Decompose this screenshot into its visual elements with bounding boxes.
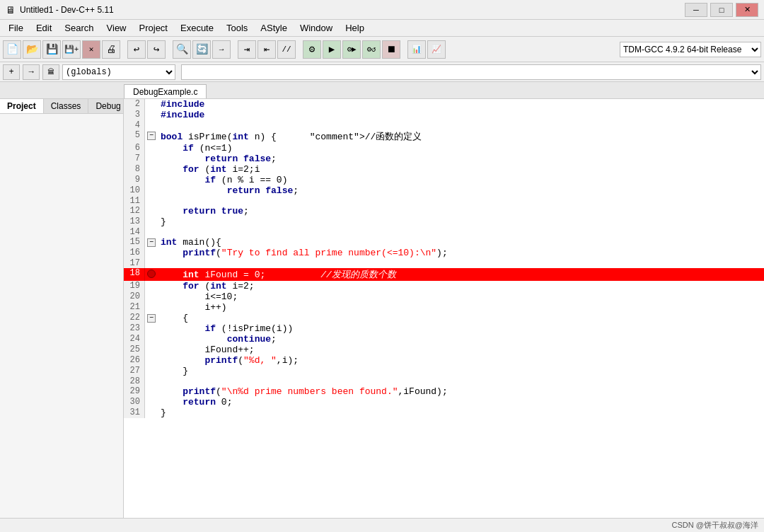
close-button[interactable]: ✕ <box>736 3 758 17</box>
line-number: 18 <box>124 268 145 281</box>
code-text: int main(){ <box>158 237 764 248</box>
table-row: 23 if (!isPrime(i)) <box>124 323 764 334</box>
minimize-button[interactable]: ─ <box>685 3 707 17</box>
line-number: 29 <box>124 386 145 397</box>
main-content: Project Classes Debug 2#include 3#includ… <box>0 99 764 532</box>
table-row: 11 <box>124 196 764 206</box>
table-row: 8 for (int i=2;i <box>124 164 764 175</box>
code-text: if (!isPrime(i)) <box>158 323 764 334</box>
code-text: int iFound = 0; //发现的质数个数 <box>158 268 764 281</box>
new-button[interactable]: 📄 <box>3 40 21 59</box>
table-row: 25 iFound++; <box>124 345 764 355</box>
class-browser-button[interactable]: 🏛 <box>42 64 59 80</box>
table-row: 24 continue; <box>124 334 764 345</box>
indent-button[interactable]: ⇥ <box>238 40 256 59</box>
add-watch-button[interactable]: + <box>3 64 20 80</box>
menu-file[interactable]: File <box>3 21 29 35</box>
code-text: i<=10; <box>158 291 764 302</box>
code-text: return 0; <box>158 397 764 407</box>
table-row: 22− { <box>124 313 764 323</box>
table-row: 7 return false; <box>124 154 764 164</box>
line-number: 27 <box>124 366 145 376</box>
line-number: 28 <box>124 376 145 386</box>
code-text: iFound++; <box>158 345 764 355</box>
fold-icon[interactable]: − <box>147 238 156 247</box>
left-tab-debug[interactable]: Debug <box>88 99 128 113</box>
compile-button[interactable]: ⚙ <box>303 40 321 59</box>
table-row: 16 printf("Try to find all prime number(… <box>124 248 764 258</box>
code-text: #include <box>158 99 764 110</box>
compile-run-button[interactable]: ⚙▶ <box>342 40 361 59</box>
breakpoint-icon[interactable] <box>147 270 156 278</box>
line-number: 15 <box>124 237 145 248</box>
left-tab-classes[interactable]: Classes <box>44 99 89 113</box>
tab-bar: DebugExample.c <box>0 82 764 99</box>
line-marker <box>145 154 158 164</box>
menu-tools[interactable]: Tools <box>221 21 253 35</box>
line-number: 23 <box>124 323 145 334</box>
save-all-button[interactable]: 💾+ <box>62 40 81 59</box>
menu-edit[interactable]: Edit <box>30 21 57 35</box>
maximize-button[interactable]: □ <box>710 3 733 17</box>
undo-button[interactable]: ↩ <box>127 40 146 59</box>
compiler-selector[interactable]: TDM-GCC 4.9.2 64-bit Release <box>620 42 761 57</box>
table-row: 26 printf("%d, ",i); <box>124 355 764 366</box>
rebuild-button[interactable]: ⚙↺ <box>362 40 381 59</box>
toggle-comment-button[interactable]: // <box>277 40 296 59</box>
search-button[interactable]: 🔍 <box>173 40 191 59</box>
code-text: for (int i=2; <box>158 281 764 291</box>
print-button[interactable]: 🖨 <box>102 40 120 59</box>
save-button[interactable]: 💾 <box>42 40 61 59</box>
line-marker <box>145 110 158 120</box>
debug-step-button[interactable]: → <box>23 64 40 80</box>
replace-button[interactable]: 🔄 <box>192 40 211 59</box>
line-number: 19 <box>124 281 145 291</box>
redo-button[interactable]: ↪ <box>147 40 166 59</box>
menu-execute[interactable]: Execute <box>175 21 219 35</box>
menu-astyle[interactable]: AStyle <box>255 21 293 35</box>
code-text: return false; <box>158 185 764 196</box>
run-button[interactable]: ▶ <box>323 40 341 59</box>
menu-project[interactable]: Project <box>134 21 173 35</box>
fold-icon[interactable]: − <box>147 132 156 140</box>
left-tab-project[interactable]: Project <box>0 99 44 113</box>
code-editor[interactable]: 2#include 3#include 45−bool isPrime(int … <box>124 99 764 532</box>
unindent-button[interactable]: ⇤ <box>257 40 276 59</box>
table-row: 14 <box>124 227 764 237</box>
code-text: } <box>158 407 764 418</box>
stop-button[interactable]: ⏹ <box>382 40 400 59</box>
code-text: continue; <box>158 334 764 345</box>
line-number: 24 <box>124 334 145 345</box>
line-marker <box>145 216 158 227</box>
fold-icon[interactable]: − <box>147 314 156 323</box>
symbol-selector[interactable] <box>181 64 761 80</box>
menu-window[interactable]: Window <box>294 21 338 35</box>
app-icon: 🖥 <box>6 4 16 16</box>
open-button[interactable]: 📂 <box>23 40 41 59</box>
line-number: 20 <box>124 291 145 302</box>
line-number: 25 <box>124 345 145 355</box>
table-row: 18 int iFound = 0; //发现的质数个数 <box>124 268 764 281</box>
debug-chart-button[interactable]: 📊 <box>407 40 426 59</box>
code-text <box>158 196 764 206</box>
line-number: 4 <box>124 120 145 130</box>
scope-selector[interactable]: (globals) <box>62 64 175 80</box>
menu-view[interactable]: View <box>101 21 132 35</box>
table-row: 28 <box>124 376 764 386</box>
line-number: 22 <box>124 313 145 323</box>
table-row: 9 if (n % i == 0) <box>124 175 764 185</box>
menu-help[interactable]: Help <box>340 21 370 35</box>
code-text: for (int i=2;i <box>158 164 764 175</box>
table-row: 10 return false; <box>124 185 764 196</box>
code-text: printf("%d, ",i); <box>158 355 764 366</box>
line-number: 10 <box>124 185 145 196</box>
line-number: 16 <box>124 248 145 258</box>
profile-button[interactable]: 📈 <box>427 40 446 59</box>
close-file-button[interactable]: ✕ <box>82 40 100 59</box>
line-number: 30 <box>124 397 145 407</box>
line-marker <box>145 386 158 397</box>
goto-button[interactable]: → <box>212 40 231 59</box>
menu-search[interactable]: Search <box>59 21 99 35</box>
code-text: } <box>158 366 764 376</box>
tab-debugexample[interactable]: DebugExample.c <box>124 84 207 98</box>
